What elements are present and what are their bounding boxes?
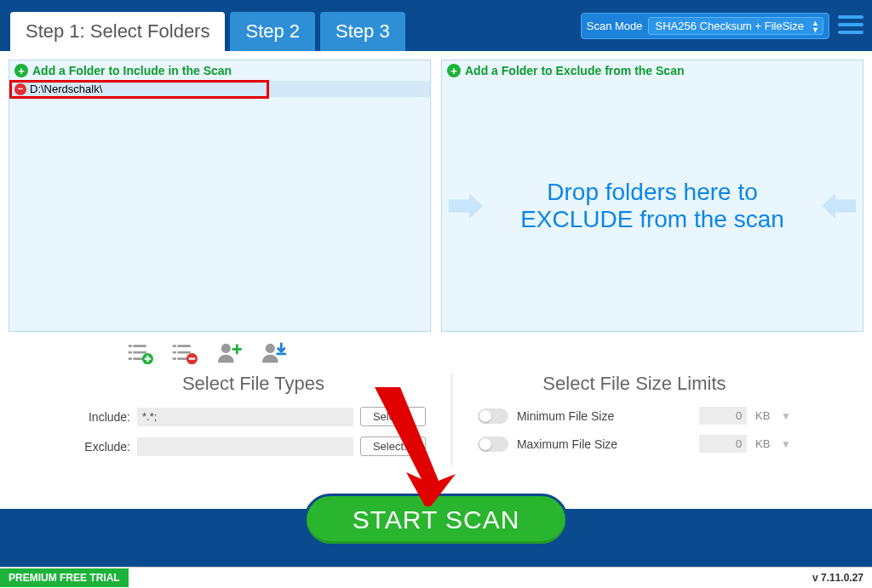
menu-icon[interactable] [838, 12, 863, 37]
add-list-icon[interactable] [128, 342, 153, 364]
arrow-right-icon [449, 193, 483, 219]
min-size-label: Minimum File Size [517, 409, 691, 423]
exclude-panel: + Add a Folder to Exclude from the Scan … [441, 60, 863, 332]
list-toolbar [128, 342, 863, 364]
max-size-toggle[interactable] [478, 437, 508, 452]
tab-step2[interactable]: Step 2 [230, 12, 315, 51]
file-types-title: Select File Types [81, 373, 426, 395]
remove-icon[interactable]: − [14, 83, 26, 95]
exclude-drop-zone[interactable]: Drop folders here to EXCLUDE from the sc… [442, 81, 863, 331]
scan-mode-label: Scan Mode [587, 20, 643, 32]
plus-icon: + [14, 64, 28, 77]
include-panel: + Add a Folder to Include in the Scan − … [9, 60, 431, 332]
arrow-left-icon [822, 193, 856, 219]
include-select-button[interactable]: Select... [360, 407, 426, 426]
folder-panels: + Add a Folder to Include in the Scan − … [9, 60, 863, 332]
svg-point-14 [221, 344, 231, 353]
add-include-folder-button[interactable]: + Add a Folder to Include in the Scan [9, 60, 430, 81]
main-content: + Add a Folder to Include in the Scan − … [0, 51, 872, 509]
folder-path: D:\Nerdschalk\ [30, 83, 102, 95]
exclude-label: Exclude: [81, 440, 130, 454]
min-size-input[interactable] [699, 407, 747, 425]
include-types-input[interactable] [137, 408, 353, 426]
scan-mode-control[interactable]: Scan Mode SHA256 Checksum + FileSize ▲▼ [581, 13, 829, 39]
exclude-select-button[interactable]: Select... [360, 437, 426, 456]
max-size-label: Maximum File Size [517, 437, 691, 451]
start-scan-button[interactable]: START SCAN [304, 494, 568, 546]
include-label: Include: [81, 410, 130, 424]
include-folder-list: − D:\Nerdschalk\ [9, 81, 430, 97]
chevron-down-icon[interactable]: ▼ [781, 410, 791, 422]
file-sizes-title: Select File Size Limits [478, 373, 791, 395]
scan-mode-value: SHA256 Checksum + FileSize [656, 20, 805, 32]
step-tabs: Step 1: Select Folders Step 2 Step 3 [10, 12, 405, 51]
min-size-unit: KB [755, 409, 772, 422]
tab-step3[interactable]: Step 3 [320, 12, 405, 51]
exclude-types-input[interactable] [137, 437, 353, 456]
max-size-input[interactable] [699, 435, 747, 453]
exclude-header-text: Add a Folder to Exclude from the Scan [465, 64, 684, 77]
chevron-down-icon[interactable]: ▼ [781, 438, 791, 450]
trial-badge[interactable]: PREMIUM FREE TRIAL [0, 568, 129, 587]
filters-row: Select File Types Include: Select... Exc… [9, 373, 863, 475]
import-user-icon[interactable] [261, 342, 286, 364]
start-scan-area: START SCAN [0, 509, 872, 567]
min-size-toggle[interactable] [478, 408, 508, 424]
version-label: v 7.11.0.27 [812, 572, 872, 584]
updown-icon: ▲▼ [812, 20, 819, 33]
file-sizes-section: Select File Size Limits Minimum File Siz… [451, 373, 791, 466]
remove-list-icon[interactable] [172, 342, 198, 364]
footer: PREMIUM FREE TRIAL v 7.11.0.27 [0, 567, 872, 588]
list-item[interactable]: − D:\Nerdschalk\ [9, 81, 430, 97]
scan-mode-select[interactable]: SHA256 Checksum + FileSize ▲▼ [648, 17, 824, 35]
svg-point-15 [266, 344, 275, 353]
plus-icon: + [447, 64, 461, 77]
file-types-section: Select File Types Include: Select... Exc… [81, 373, 426, 466]
drop-text: Drop folders here to EXCLUDE from the sc… [516, 179, 789, 233]
top-bar: Step 1: Select Folders Step 2 Step 3 Sca… [0, 0, 872, 51]
max-size-unit: KB [755, 437, 772, 450]
tab-step1[interactable]: Step 1: Select Folders [10, 12, 225, 51]
add-user-icon[interactable] [216, 342, 242, 364]
add-exclude-folder-button[interactable]: + Add a Folder to Exclude from the Scan [442, 60, 863, 81]
include-header-text: Add a Folder to Include in the Scan [32, 64, 232, 77]
